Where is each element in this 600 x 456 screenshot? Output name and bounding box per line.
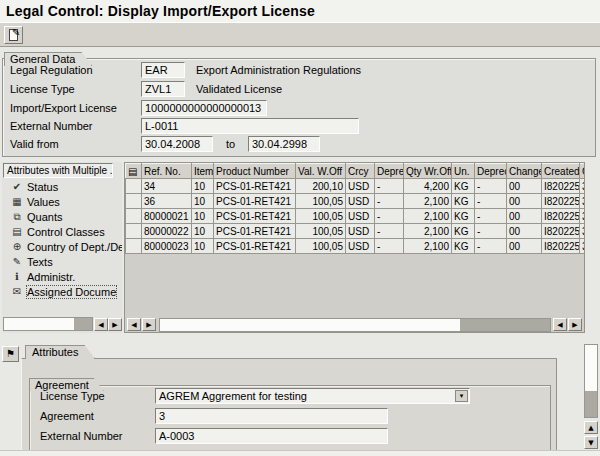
cell-deprec1[interactable]: -	[375, 194, 404, 209]
table-hscroll-thumb[interactable]	[460, 319, 550, 331]
cell-ref-no[interactable]: 80000023	[142, 239, 192, 254]
column-header[interactable]: Product Number	[214, 164, 296, 179]
cell-item[interactable]: 10	[192, 194, 214, 209]
table-scroll-right2-icon[interactable]: ▶	[568, 318, 582, 331]
tree-item[interactable]: ✔Status	[10, 180, 122, 195]
row-selector[interactable]	[126, 179, 142, 194]
cell-change[interactable]: 00	[507, 239, 542, 254]
cell-product-number[interactable]: PCS-01-RET421	[214, 209, 296, 224]
cell-created-by[interactable]: I820225	[542, 194, 580, 209]
cell-created-on[interactable]: 30.04.2	[580, 224, 586, 239]
details-scroll-down-icon[interactable]: ▼	[584, 436, 598, 449]
table-row[interactable]: 80000023 10 PCS-01-RET421 100,05 USD - 2…	[126, 239, 586, 254]
cell-crcy[interactable]: USD	[346, 209, 375, 224]
row-selector[interactable]	[126, 224, 142, 239]
dropdown-icon[interactable]: ▾	[455, 390, 468, 402]
legal-regulation-input[interactable]: EAR	[141, 62, 185, 78]
column-header[interactable]: Created	[542, 164, 580, 179]
cell-deprec2[interactable]: -	[475, 179, 507, 194]
table-scroll-left-icon[interactable]: ◀	[127, 318, 141, 331]
cell-unit[interactable]: KG	[452, 239, 475, 254]
cell-deprec2[interactable]: -	[475, 224, 507, 239]
detail-license-type-input[interactable]: AGREM Aggrement for testing ▾	[155, 388, 470, 404]
license-type-input[interactable]: ZVL1	[141, 81, 185, 97]
tree-scroll-left-icon[interactable]: ◀	[94, 318, 108, 331]
tree-item[interactable]: ℹAdministr.	[10, 270, 122, 285]
cell-deprec1[interactable]: -	[375, 224, 404, 239]
valid-from-input[interactable]: 30.04.2008	[141, 136, 213, 152]
cell-deprec2[interactable]: -	[475, 209, 507, 224]
cell-change[interactable]: 00	[507, 179, 542, 194]
cell-unit[interactable]: KG	[452, 224, 475, 239]
tree-hscroll-thumb[interactable]	[74, 318, 92, 330]
display-change-icon[interactable]: ✎	[4, 26, 23, 44]
cell-product-number[interactable]: PCS-01-RET421	[214, 194, 296, 209]
column-header[interactable]: Ref. No.	[142, 164, 192, 179]
column-header[interactable]: Item	[192, 164, 214, 179]
cell-deprec1[interactable]: -	[375, 209, 404, 224]
table-row[interactable]: 36 10 PCS-01-RET421 100,05 USD - 2,100 K…	[126, 194, 586, 209]
cell-qty-wroff[interactable]: 2,100	[404, 194, 452, 209]
tab-attributes[interactable]: Attributes	[25, 345, 95, 359]
cell-deprec2[interactable]: -	[475, 194, 507, 209]
cell-ref-no[interactable]: 80000021	[142, 209, 192, 224]
cell-qty-wroff[interactable]: 4,200	[404, 179, 452, 194]
column-header[interactable]: Change	[507, 164, 542, 179]
cell-created-by[interactable]: I820225	[542, 209, 580, 224]
cell-crcy[interactable]: USD	[346, 194, 375, 209]
cell-deprec2[interactable]: -	[475, 239, 507, 254]
cell-qty-wroff[interactable]: 2,100	[404, 224, 452, 239]
cell-val-woff[interactable]: 100,05	[296, 224, 346, 239]
table-scroll-left2-icon[interactable]: ◀	[553, 318, 567, 331]
tree-item[interactable]: ✉Assigned Docume	[10, 285, 122, 300]
details-scroll-up-icon[interactable]: ▲	[584, 421, 598, 434]
column-header[interactable]: Create	[580, 164, 586, 179]
table-scroll-right-icon[interactable]: ▶	[142, 318, 156, 331]
tree-item[interactable]: ▦Values	[10, 195, 122, 210]
cell-item[interactable]: 10	[192, 239, 214, 254]
tree-scroll-right-icon[interactable]: ▶	[108, 318, 122, 331]
valid-to-input[interactable]: 30.04.2998	[248, 136, 320, 152]
detail-external-number-input[interactable]: A-0003	[155, 428, 388, 444]
cell-created-on[interactable]: 30.04.2	[580, 209, 586, 224]
column-header[interactable]: Qty Wr.Off	[404, 164, 452, 179]
cell-product-number[interactable]: PCS-01-RET421	[214, 239, 296, 254]
cell-qty-wroff[interactable]: 2,100	[404, 209, 452, 224]
row-selector[interactable]	[126, 239, 142, 254]
cell-crcy[interactable]: USD	[346, 224, 375, 239]
cell-item[interactable]: 10	[192, 224, 214, 239]
cell-change[interactable]: 00	[507, 224, 542, 239]
import-export-license-input[interactable]: 1000000000000000013	[141, 100, 267, 116]
tree-item[interactable]: ▤Control Classes	[10, 225, 122, 240]
cell-deprec1[interactable]: -	[375, 239, 404, 254]
row-selector[interactable]	[126, 209, 142, 224]
cell-val-woff[interactable]: 200,10	[296, 179, 346, 194]
cell-ref-no[interactable]: 36	[142, 194, 192, 209]
cell-qty-wroff[interactable]: 2,100	[404, 239, 452, 254]
external-number-input[interactable]: L-0011	[141, 118, 359, 134]
table-row[interactable]: 34 10 PCS-01-RET421 200,10 USD - 4,200 K…	[126, 179, 586, 194]
column-header[interactable]: Deprec.	[475, 164, 507, 179]
column-header[interactable]: Un.	[452, 164, 475, 179]
table-row[interactable]: 80000021 10 PCS-01-RET421 100,05 USD - 2…	[126, 209, 586, 224]
column-header[interactable]: Deprec.	[375, 164, 404, 179]
cell-created-on[interactable]: 30.04.2	[580, 194, 586, 209]
cell-val-woff[interactable]: 100,05	[296, 239, 346, 254]
cell-ref-no[interactable]: 80000022	[142, 224, 192, 239]
cell-val-woff[interactable]: 100,05	[296, 209, 346, 224]
cell-ref-no[interactable]: 34	[142, 179, 192, 194]
cell-crcy[interactable]: USD	[346, 179, 375, 194]
details-vscroll-thumb[interactable]	[585, 391, 597, 417]
tree-item[interactable]: ✎Texts	[10, 255, 122, 270]
cell-created-by[interactable]: I820225	[542, 224, 580, 239]
table-row[interactable]: 80000022 10 PCS-01-RET421 100,05 USD - 2…	[126, 224, 586, 239]
cell-created-on[interactable]: 30.04.2	[580, 239, 586, 254]
cell-item[interactable]: 10	[192, 179, 214, 194]
row-selector[interactable]	[126, 194, 142, 209]
table-corner-cell[interactable]: ▤	[126, 164, 142, 179]
cell-change[interactable]: 00	[507, 209, 542, 224]
cell-deprec1[interactable]: -	[375, 179, 404, 194]
tree-item[interactable]: ⊕Country of Dept./De	[10, 240, 122, 255]
column-header[interactable]: Crcy	[346, 164, 375, 179]
detail-agreement-input[interactable]: 3	[155, 408, 388, 424]
